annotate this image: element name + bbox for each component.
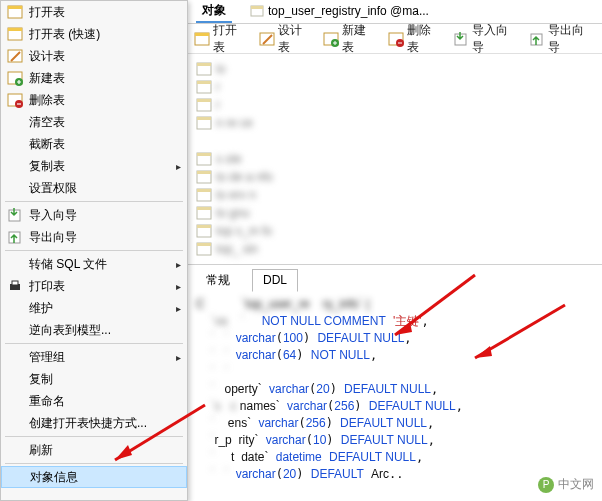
- toolbar-import[interactable]: 导入向导: [453, 22, 520, 56]
- design-table-icon: [5, 48, 25, 64]
- menu-truncate-table[interactable]: 截断表: [1, 133, 187, 155]
- menu-clear-table[interactable]: 清空表: [1, 111, 187, 133]
- table-name: s ole: [216, 152, 241, 166]
- menu-manage-group[interactable]: 管理组 ▸: [1, 346, 187, 368]
- table-icon: [196, 62, 212, 76]
- menu-open-table-fast[interactable]: 打开表 (快速): [1, 23, 187, 45]
- blank-icon: [5, 442, 25, 458]
- ddl-tab-general[interactable]: 常规: [196, 269, 240, 292]
- blank-icon: [5, 415, 25, 431]
- table-icon: [196, 224, 212, 238]
- ddl-tab-label: 常规: [206, 273, 230, 287]
- toolbar-delete-table[interactable]: 删除表: [388, 22, 443, 56]
- table-name: to gnu: [216, 206, 249, 220]
- table-row[interactable]: to de a nfo: [196, 168, 594, 186]
- toolbar: 打开表 设计表 新建表 删除表 导入向导 导出向导: [188, 24, 602, 54]
- table-name: r: [216, 80, 220, 94]
- svg-rect-27: [197, 81, 211, 84]
- tab-label: 对象: [202, 2, 226, 19]
- svg-rect-3: [8, 28, 22, 31]
- table-row[interactable]: lo: [196, 60, 594, 78]
- svg-rect-31: [197, 117, 211, 120]
- blank-icon: [5, 349, 25, 365]
- menu-export-wizard[interactable]: 导出向导: [1, 226, 187, 248]
- svg-rect-12: [12, 281, 18, 285]
- toolbar-label: 设计表: [278, 22, 314, 56]
- delete-table-icon: [5, 92, 25, 108]
- blank-icon: [5, 300, 25, 316]
- blank-icon: [5, 136, 25, 152]
- toolbar-open-table[interactable]: 打开表: [194, 22, 249, 56]
- table-row[interactable]: s ole: [196, 150, 594, 168]
- table-row[interactable]: r: [196, 96, 594, 114]
- svg-rect-16: [195, 33, 209, 36]
- new-table-icon: [5, 70, 25, 86]
- tab-objects[interactable]: 对象: [196, 1, 232, 23]
- table-icon: [196, 242, 212, 256]
- toolbar-design-table[interactable]: 设计表: [259, 22, 314, 56]
- menu-label: 打开表 (快速): [29, 26, 181, 43]
- table-row[interactable]: top_ sin: [196, 240, 594, 258]
- table-row[interactable]: r: [196, 78, 594, 96]
- menu-maintain[interactable]: 维护 ▸: [1, 297, 187, 319]
- menu-new-table[interactable]: 新建表: [1, 67, 187, 89]
- menu-separator: [5, 201, 183, 202]
- new-table-icon: [323, 31, 339, 47]
- blank-icon: [5, 158, 25, 174]
- ddl-tab-ddl[interactable]: DDL: [252, 269, 298, 292]
- submenu-arrow-icon: ▸: [176, 161, 181, 172]
- tab-label: top_user_registry_info @ma...: [268, 4, 429, 18]
- table-row[interactable]: to gnu: [196, 204, 594, 222]
- table-icon: [196, 80, 212, 94]
- menu-dump-sql[interactable]: 转储 SQL 文件 ▸: [1, 253, 187, 275]
- menu-separator: [5, 343, 183, 344]
- table-name: to erv n: [216, 188, 256, 202]
- submenu-arrow-icon: ▸: [176, 303, 181, 314]
- submenu-arrow-icon: ▸: [176, 352, 181, 363]
- delete-table-icon: [388, 31, 404, 47]
- table-row[interactable]: to erv n: [196, 186, 594, 204]
- menu-open-table[interactable]: 打开表: [1, 1, 187, 23]
- table-name: lo: [216, 62, 225, 76]
- svg-rect-43: [197, 243, 211, 246]
- menu-label: 逆向表到模型...: [29, 322, 181, 339]
- table-icon: [250, 4, 264, 18]
- tab-file[interactable]: top_user_registry_info @ma...: [244, 1, 435, 23]
- menu-label: 设置权限: [29, 180, 181, 197]
- table-name: top s_m fo: [216, 224, 272, 238]
- menu-label: 删除表: [29, 92, 181, 109]
- watermark-text: 中文网: [558, 476, 594, 493]
- menu-print-table[interactable]: 打印表 ▸: [1, 275, 187, 297]
- table-row[interactable]: top s_m fo: [196, 222, 594, 240]
- print-icon: [5, 278, 25, 294]
- blank-icon: [5, 371, 25, 387]
- menu-label: 导出向导: [29, 229, 181, 246]
- svg-rect-41: [197, 225, 211, 228]
- open-table-fast-icon: [5, 26, 25, 42]
- menu-copy[interactable]: 复制: [1, 368, 187, 390]
- table-icon: [196, 98, 212, 112]
- svg-rect-25: [197, 63, 211, 66]
- blank-icon: [5, 322, 25, 338]
- toolbar-export[interactable]: 导出向导: [529, 22, 596, 56]
- menu-design-table[interactable]: 设计表: [1, 45, 187, 67]
- menu-delete-table[interactable]: 删除表: [1, 89, 187, 111]
- open-table-icon: [5, 4, 25, 20]
- toolbar-label: 打开表: [213, 22, 249, 56]
- toolbar-new-table[interactable]: 新建表: [323, 22, 378, 56]
- blank-icon: [6, 469, 26, 485]
- submenu-arrow-icon: ▸: [176, 281, 181, 292]
- menu-import-wizard[interactable]: 导入向导: [1, 204, 187, 226]
- submenu-arrow-icon: ▸: [176, 259, 181, 270]
- menu-set-permission[interactable]: 设置权限: [1, 177, 187, 199]
- menu-label: 打印表: [29, 278, 176, 295]
- svg-rect-33: [197, 153, 211, 156]
- toolbar-label: 删除表: [407, 22, 443, 56]
- ddl-tab-label: DDL: [263, 273, 287, 287]
- menu-reverse-model[interactable]: 逆向表到模型...: [1, 319, 187, 341]
- import-icon: [453, 31, 469, 47]
- menu-copy-table[interactable]: 复制表 ▸: [1, 155, 187, 177]
- table-row[interactable]: n re ce: [196, 114, 594, 132]
- blank-icon: [5, 256, 25, 272]
- blank-icon: [5, 180, 25, 196]
